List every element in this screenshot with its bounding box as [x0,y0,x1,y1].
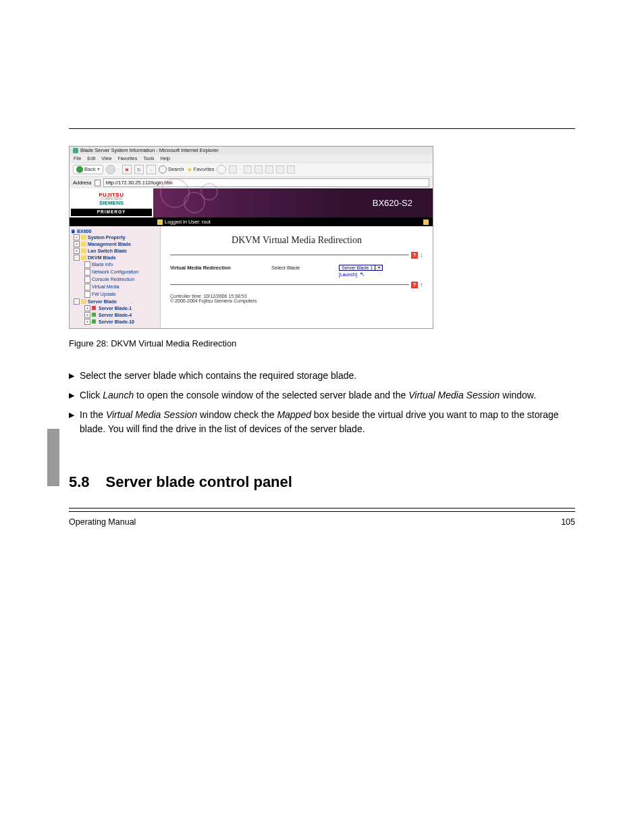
browser-window: Blade Server System Information - Micros… [69,146,433,329]
brand-banner: FUJITSU COMPUTERS SIEMENS PRIMERGY BX620… [70,188,433,218]
misc-icon-1[interactable] [229,165,237,174]
status-icon [423,219,429,225]
home-icon[interactable]: ⌂ [146,165,156,174]
address-page-icon [95,180,101,186]
search-button[interactable]: Search [159,165,184,174]
tree-item-fw-update[interactable]: FW Update [82,291,159,298]
login-status-bar: Logged in User: root [70,218,433,226]
page-footer: Operating Manual 105 [69,517,575,527]
nav-tree[interactable]: BX600 +System Property +Management Blade… [70,226,161,328]
side-thumb-tab [47,429,59,486]
bullet-icon: ▶ [69,408,80,421]
help-icon[interactable]: ? [411,282,418,288]
tree-item-network-config[interactable]: Network Configuration [82,269,159,276]
toolbar: Back ▾ · ✖ ↻ ⌂ Search Favorites · [70,162,433,177]
bullet-icon: ▶ [69,369,80,382]
stop-icon[interactable]: ✖ [122,165,132,174]
tree-item-system-property[interactable]: +System Property [71,234,159,240]
tree-item-server-blade-10[interactable]: +Server Blade-10 [82,319,159,325]
instructions: ▶ Select the server blade which contains… [69,369,575,436]
section-number: 5.8 [69,473,90,491]
step-3: ▶ In the Virtual Media Session window ch… [69,408,575,436]
misc-icon-4[interactable] [265,165,273,174]
favorites-button[interactable]: Favorites [187,167,215,173]
tree-item-virtual-media[interactable]: Virtual Media [82,284,159,290]
logo-siemens: SIEMENS [99,201,124,206]
address-input[interactable] [103,178,429,187]
menu-file[interactable]: File [74,156,81,161]
address-label: Address [73,180,92,186]
main-panel: DKVM Virtual Media Redirection ? ↓ Virtu… [161,226,433,328]
footer-page-number: 105 [561,517,575,527]
gear-icon [200,183,218,201]
tree-item-server-blade-1[interactable]: +Server Blade-1 [82,305,159,311]
forward-button[interactable] [106,165,115,174]
misc-icon-5[interactable] [276,165,284,174]
tree-item-console-redirection[interactable]: Console Redirection [82,276,159,283]
launch-link[interactable]: [Launch] [339,272,357,277]
menu-help[interactable]: Help [161,156,170,161]
menu-tools[interactable]: Tools [143,156,154,161]
primergy-label: PRIMERGY [71,209,152,216]
window-title: Blade Server System Information - Micros… [80,148,219,153]
figure-caption: Figure 28: DKVM Virtual Media Redirectio… [69,338,575,348]
menu-edit[interactable]: Edit [87,156,95,161]
cursor-icon: ↖ [360,271,365,278]
menu-view[interactable]: View [101,156,111,161]
bullet-icon: ▶ [69,388,80,402]
tree-item-blade-info[interactable]: Blade Info [82,261,159,268]
step-1: ▶ Select the server blade which contains… [69,369,575,383]
vmr-label: Virtual Media Redirection [170,265,244,271]
menu-bar[interactable]: File Edit View Favorites Tools Help [70,155,433,162]
login-status-text: Logged in User: root [165,219,211,225]
arrow-down-icon[interactable]: ↓ [420,252,423,259]
misc-icon-2[interactable] [244,165,252,174]
menu-favorites[interactable]: Favorites [117,156,137,161]
tree-item-lan-switch-blade[interactable]: +Lan Switch Blade [71,248,159,254]
page-title: DKVM Virtual Media Redirection [170,236,423,245]
arrow-up-icon[interactable]: ↑ [420,282,423,288]
back-button[interactable]: Back ▾ [73,165,103,174]
controller-time: Controller time: 10/12/2006 15:38:53 [170,294,423,298]
select-blade-label: Select Blade [271,265,312,271]
tree-item-dkvm-blade[interactable]: -DKVM Blade [71,255,159,261]
tree-item-server-blade[interactable]: -Server Blade [71,298,159,305]
refresh-icon[interactable]: ↻ [134,165,144,174]
step-2: ▶ Click Launch to open the console windo… [69,388,575,402]
blade-select[interactable]: Server Blade 1 ▾ [339,265,383,271]
window-title-bar: Blade Server System Information - Micros… [70,147,433,155]
toolbar-sep: · [118,167,119,172]
help-icon[interactable]: ? [411,252,418,259]
tree-item-server-blade-4[interactable]: +Server Blade-4 [82,312,159,318]
misc-icon-3[interactable] [254,165,263,174]
tree-item-management-blade[interactable]: +Management Blade [71,241,159,247]
chevron-down-icon[interactable]: ▾ [375,265,382,270]
section-heading: 5.8 Server blade control panel [69,473,575,491]
copyright: © 2000-2004 Fujitsu Siemens Computers [170,298,423,303]
section-title: Server blade control panel [106,473,292,491]
address-bar: Address [70,177,433,188]
media-icon[interactable] [217,165,226,174]
misc-icon-6[interactable] [287,165,295,174]
ie-icon [73,148,78,153]
model-label: BX620-S2 [373,199,433,207]
footer-left: Operating Manual [69,517,136,527]
tree-root-bx600[interactable]: BX600 [71,229,159,234]
